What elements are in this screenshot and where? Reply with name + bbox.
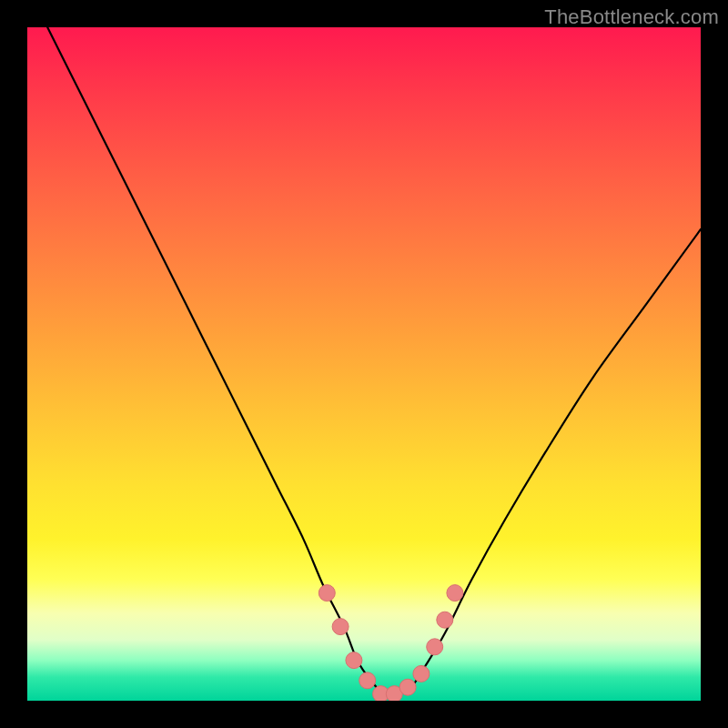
highlight-dot: [413, 665, 430, 682]
chart-frame: TheBottleneck.com: [0, 0, 728, 728]
highlight-dot: [332, 619, 349, 635]
watermark-text: TheBottleneck.com: [544, 5, 719, 29]
highlight-dot: [437, 612, 453, 628]
highlight-dot: [399, 679, 416, 695]
highlight-dot: [318, 585, 335, 602]
highlight-dot: [447, 585, 463, 602]
highlight-dot: [346, 652, 362, 669]
highlight-dots: [27, 27, 701, 701]
highlight-dot: [427, 639, 443, 655]
plot-area: [27, 27, 701, 701]
highlight-dot: [359, 672, 376, 689]
